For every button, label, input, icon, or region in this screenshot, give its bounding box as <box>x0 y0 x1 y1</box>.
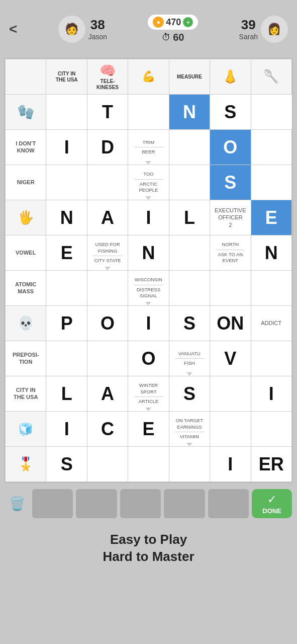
cell-r9-hints: WINTERSPORT ARTICLE <box>128 376 169 412</box>
cell-r10c1[interactable]: I <box>46 412 87 447</box>
cell-r9c5[interactable] <box>210 376 251 412</box>
cell-r5c4[interactable] <box>169 235 210 271</box>
cell-r10c3[interactable]: E <box>128 412 169 447</box>
trash-button[interactable]: 🗑️ <box>5 489 29 518</box>
table-row: CITY INTHE USA L A WINTERSPORT ARTICLE S… <box>6 376 292 412</box>
cell-r4c1[interactable]: N <box>46 200 87 235</box>
cell-r11c1[interactable]: S <box>46 447 87 482</box>
row-label-9: CITY INTHE USA <box>6 376 46 412</box>
player-left-score: 38 <box>90 17 105 33</box>
cell-r10c2[interactable]: C <box>87 412 128 447</box>
table-row: NIGER TOO ARCTICPEOPLE S <box>6 165 292 200</box>
cell-r3-highlighted[interactable]: S <box>210 165 251 200</box>
cell-r10c5[interactable] <box>210 412 251 447</box>
cell-r6-hints: WISCONSIN DISTRESSSIGNAL <box>128 271 169 306</box>
cell-r4c2[interactable]: A <box>87 200 128 235</box>
cell-r1c3[interactable] <box>128 95 169 130</box>
row-label-2: I DON'TKNOW <box>6 130 46 165</box>
cell-r7c2[interactable]: O <box>87 306 128 341</box>
row-icon-4: 🖐️ <box>6 200 46 235</box>
cell-r6c2[interactable] <box>87 271 128 306</box>
cell-r6c5[interactable] <box>210 271 251 306</box>
cell-r11c4[interactable] <box>169 447 210 482</box>
avatar-left: 🧑 <box>58 16 85 43</box>
cell-r3c6[interactable] <box>251 165 291 200</box>
cell-r9c2[interactable]: A <box>87 376 128 412</box>
cell-r1c1[interactable] <box>46 95 87 130</box>
done-check-icon: ✓ <box>267 493 276 506</box>
letter-slot-1[interactable] <box>32 489 73 518</box>
cell-r11c5[interactable]: I <box>210 447 251 482</box>
timer-icon: ⏱ <box>162 32 171 43</box>
letter-slot-3[interactable] <box>120 489 161 518</box>
cell-r2c1[interactable]: I <box>46 130 87 165</box>
coins-row: ● 470 + <box>148 15 198 30</box>
cell-r7c5[interactable]: ON <box>210 306 251 341</box>
table-row: 🧊 I C E ON TARGETEARNINGS VITAMIN <box>6 412 292 447</box>
table-row: I DON'TKNOW I D TRIM BEER O <box>6 130 292 165</box>
cell-r11c6[interactable]: ER <box>251 447 291 482</box>
cell-r4-exec-hint: EXECUTIVEOFFICER2 <box>210 200 251 235</box>
game-grid: CITY INTHE USA 🧠 TELE-KINESES 💪 MEASURE … <box>4 58 293 483</box>
cell-r9c4[interactable]: S <box>169 376 210 412</box>
cell-r3c1[interactable] <box>46 165 87 200</box>
cell-r4c4[interactable]: L <box>169 200 210 235</box>
row-label-8: PREPOSI-TION <box>6 341 46 376</box>
cell-r7c3[interactable]: I <box>128 306 169 341</box>
cell-r7c1[interactable]: P <box>46 306 87 341</box>
center-info: ● 470 + ⏱ 60 <box>148 15 198 43</box>
col-header-row: CITY INTHE USA 🧠 TELE-KINESES 💪 MEASURE … <box>6 59 292 95</box>
cell-r6c6[interactable] <box>251 271 291 306</box>
cell-r5c3[interactable]: N <box>128 235 169 271</box>
cell-r8c1[interactable] <box>46 341 87 376</box>
row-icon-11: 🎖️ <box>6 447 46 482</box>
cell-r7c4[interactable]: S <box>169 306 210 341</box>
cell-r9c5b[interactable]: I <box>251 376 291 412</box>
cell-r2c4[interactable] <box>169 130 210 165</box>
letter-slot-4[interactable] <box>164 489 205 518</box>
cell-r1c4-highlighted[interactable]: N <box>169 95 210 130</box>
done-button[interactable]: ✓ DONE <box>252 489 292 518</box>
cell-r2-highlighted[interactable]: O <box>210 130 251 165</box>
cell-r6c4[interactable] <box>169 271 210 306</box>
table-row: 💀 P O I S ON ADDICT <box>6 306 292 341</box>
timer-row: ⏱ 60 <box>162 32 184 43</box>
cell-r2-hints: TRIM BEER <box>128 130 169 165</box>
letter-slot-2[interactable] <box>76 489 117 518</box>
cell-r5c6[interactable]: N <box>251 235 291 271</box>
cell-r9c1[interactable]: L <box>46 376 87 412</box>
timer-value: 60 <box>173 32 184 43</box>
table-row: 🧤 T N S <box>6 95 292 130</box>
cell-r8c2[interactable] <box>87 341 128 376</box>
player-right-score: 39 <box>241 17 256 33</box>
cell-r1c5[interactable]: S <box>210 95 251 130</box>
back-button[interactable]: < <box>9 21 17 37</box>
input-area: 🗑️ ✓ DONE <box>0 483 297 522</box>
row-label-3: NIGER <box>6 165 46 200</box>
cell-r2c6[interactable] <box>251 130 291 165</box>
cell-r3c4[interactable] <box>169 165 210 200</box>
cell-r10c6[interactable] <box>251 412 291 447</box>
col-header-measure: MEASURE <box>169 59 210 95</box>
cell-r8c5[interactable]: V <box>210 341 251 376</box>
table-row: PREPOSI-TION O VANUATU FISH V <box>6 341 292 376</box>
cell-r8c6[interactable] <box>251 341 291 376</box>
cell-r2c2[interactable]: D <box>87 130 128 165</box>
cell-r5c1[interactable]: E <box>46 235 87 271</box>
add-coins-button[interactable]: + <box>183 17 193 27</box>
cell-r6c1[interactable] <box>46 271 87 306</box>
cell-r11c3[interactable] <box>128 447 169 482</box>
player-left: 🧑 38 Jason <box>58 16 107 43</box>
table-row: ATOMICMASS WISCONSIN DISTRESSSIGNAL <box>6 271 292 306</box>
cell-r4c3[interactable]: I <box>128 200 169 235</box>
coin-icon: ● <box>153 17 164 28</box>
cell-r5-hints: NORTH ASK TO ANEVENT <box>210 235 251 271</box>
cell-r8c3[interactable]: O <box>128 341 169 376</box>
cell-r4-highlighted[interactable]: E <box>251 200 291 235</box>
cell-r1c2[interactable]: T <box>87 95 128 130</box>
avatar-right: 👩 <box>261 16 288 43</box>
cell-r11c2[interactable] <box>87 447 128 482</box>
cell-r3c2[interactable] <box>87 165 128 200</box>
letter-slot-5[interactable] <box>208 489 249 518</box>
col-header-spoon: 🥄 <box>251 59 291 95</box>
